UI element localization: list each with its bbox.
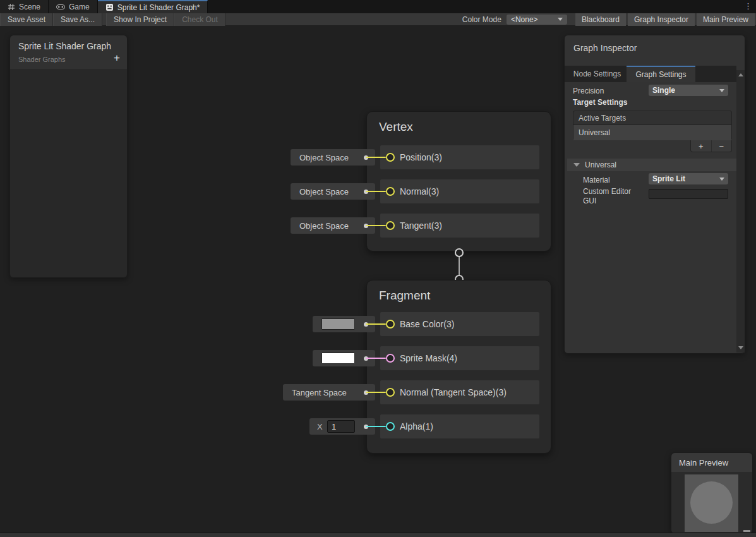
normal-space-dropdown[interactable]: Object Space (291, 183, 375, 200)
custom-editor-gui-label: Custom Editor GUI (583, 187, 639, 206)
precision-value: Single (652, 86, 675, 95)
port-base-color[interactable] (386, 320, 395, 329)
normal-ts-space-value: Tangent Space (292, 388, 347, 397)
fragment-node[interactable]: Fragment Base Color(3) (366, 280, 551, 454)
tab-node-settings-label: Node Settings (573, 69, 621, 78)
vertex-node-title: Vertex (379, 120, 413, 134)
port-normal-ts[interactable] (386, 388, 395, 397)
tab-game[interactable]: Game (49, 0, 98, 13)
slot-normal: Normal(3) (380, 179, 539, 203)
slot-position-label: Position(3) (400, 152, 442, 162)
inspector-tab-strip: Node Settings Graph Settings (565, 66, 736, 82)
graph-inspector-toggle-button[interactable]: Graph Inspector (628, 13, 695, 26)
show-in-project-button[interactable]: Show In Project (106, 13, 174, 26)
add-property-button[interactable]: + (114, 52, 120, 63)
color-mode-value: <None> (511, 15, 538, 24)
main-preview-toggle-button[interactable]: Main Preview (697, 13, 755, 26)
overflow-menu-icon[interactable]: ⋮ (744, 1, 752, 11)
fragment-slot-row-alpha: X 1 Alpha(1) (367, 414, 551, 438)
scroll-up-icon[interactable] (738, 73, 743, 76)
base-color-swatch[interactable] (321, 318, 355, 330)
tab-shader-graph-label: Sprite Lit Shader Graph* (117, 3, 200, 12)
vertex-slot-row-tangent: Object Space Tangent(3) (367, 214, 551, 238)
tab-bar: Scene Game Sprite Lit Shader Graph* ⋮ (0, 0, 756, 13)
slot-sprite-mask-label: Sprite Mask(4) (400, 353, 457, 363)
graph-inspector-title: Graph Inspector (573, 43, 637, 53)
material-label: Material (583, 176, 610, 184)
tangent-space-dropdown[interactable]: Object Space (291, 217, 375, 234)
tab-scene-label: Scene (19, 3, 40, 11)
scroll-down-icon[interactable] (738, 346, 743, 349)
precision-dropdown[interactable]: Single (649, 85, 728, 96)
resize-handle[interactable] (743, 530, 750, 532)
target-settings-heading: Target Settings (573, 98, 627, 107)
active-targets-header: Active Targets (573, 111, 731, 125)
tab-node-settings[interactable]: Node Settings (568, 66, 627, 82)
graph-inspector-panel: Graph Inspector Node Settings Graph Sett… (564, 35, 745, 354)
tab-game-label: Game (69, 3, 90, 11)
main-preview-panel: Main Preview (671, 452, 753, 534)
fragment-slot-row-normal-ts: Tangent Space Normal (Tangent Space)(3) (367, 380, 551, 404)
blackboard-title: Sprite Lit Shader Graph (18, 41, 111, 51)
blackboard-body (10, 69, 127, 277)
add-target-button[interactable]: + (691, 140, 711, 152)
tab-sprite-lit-shader-graph[interactable]: Sprite Lit Shader Graph* (98, 0, 208, 13)
slot-tangent: Tangent(3) (380, 214, 539, 238)
material-dropdown[interactable]: Sprite Lit (649, 173, 728, 184)
material-value: Sprite Lit (652, 174, 685, 183)
tangent-space-value: Object Space (299, 221, 349, 231)
active-targets-list: Active Targets Universal (573, 111, 732, 140)
position-space-dropdown[interactable]: Object Space (291, 149, 375, 166)
grid-icon (8, 3, 15, 11)
port-position[interactable] (386, 153, 395, 162)
port-tangent[interactable] (386, 221, 395, 230)
alpha-x-label: X (317, 422, 323, 431)
foldout-arrow-icon (573, 163, 580, 167)
universal-foldout[interactable]: Universal (567, 159, 738, 171)
custom-editor-gui-input[interactable] (649, 189, 728, 199)
main-preview-header[interactable]: Main Preview (671, 453, 752, 472)
save-asset-button[interactable]: Save Asset (0, 13, 53, 26)
vertex-slot-row-normal: Object Space Normal(3) (367, 179, 551, 203)
blackboard-header[interactable]: Sprite Lit Shader Graph Shader Graphs + (10, 35, 127, 69)
port-alpha[interactable] (386, 422, 395, 431)
edge-wire (366, 225, 386, 226)
slot-sprite-mask: Sprite Mask(4) (380, 346, 539, 370)
vertex-slot-row-position: Object Space Position(3) (367, 145, 551, 169)
main-preview-title: Main Preview (679, 458, 728, 468)
tab-scene[interactable]: Scene (0, 0, 49, 13)
inspector-scrollbar[interactable] (736, 70, 745, 353)
slot-position: Position(3) (380, 145, 539, 169)
blackboard-toggle-button[interactable]: Blackboard (575, 13, 626, 26)
precision-label: Precision (573, 87, 604, 95)
alpha-value-input[interactable]: 1 (327, 420, 355, 433)
save-as-button[interactable]: Save As... (53, 13, 102, 26)
preview-sprite-circle (690, 481, 733, 524)
edge-wire (366, 358, 386, 359)
sprite-mask-swatch[interactable] (321, 353, 355, 364)
shader-graph-window: Scene Game Sprite Lit Shader Graph* ⋮ Sa… (0, 0, 756, 537)
active-target-item-universal[interactable]: Universal (573, 125, 731, 140)
tab-graph-settings-label: Graph Settings (635, 70, 686, 79)
fragment-slot-row-base-color: Base Color(3) (367, 312, 551, 336)
universal-foldout-label: Universal (585, 160, 616, 169)
normal-ts-space-dropdown[interactable]: Tangent Space (283, 384, 375, 401)
remove-target-button[interactable]: − (712, 140, 732, 152)
normal-space-value: Object Space (299, 187, 349, 196)
vertex-node[interactable]: Vertex Object Space Position(3) Object S… (366, 111, 551, 251)
color-mode-dropdown[interactable]: <None> (507, 15, 567, 25)
graph-canvas[interactable]: Sprite Lit Shader Graph Shader Graphs + … (0, 26, 756, 537)
color-mode-label: Color Mode (462, 15, 501, 24)
edge-wire (366, 157, 386, 158)
port-sprite-mask[interactable] (386, 354, 395, 363)
blackboard-subtitle: Shader Graphs (18, 56, 66, 63)
main-preview-body (671, 472, 752, 533)
check-out-button[interactable]: Check Out (174, 13, 225, 26)
connector-port-top[interactable] (455, 248, 464, 257)
port-normal[interactable] (386, 187, 395, 196)
vertex-fragment-connector (455, 248, 464, 284)
slot-normal-ts: Normal (Tangent Space)(3) (380, 380, 539, 404)
tab-graph-settings[interactable]: Graph Settings (627, 66, 695, 82)
edge-wire (366, 426, 386, 427)
edge-wire (366, 392, 386, 393)
